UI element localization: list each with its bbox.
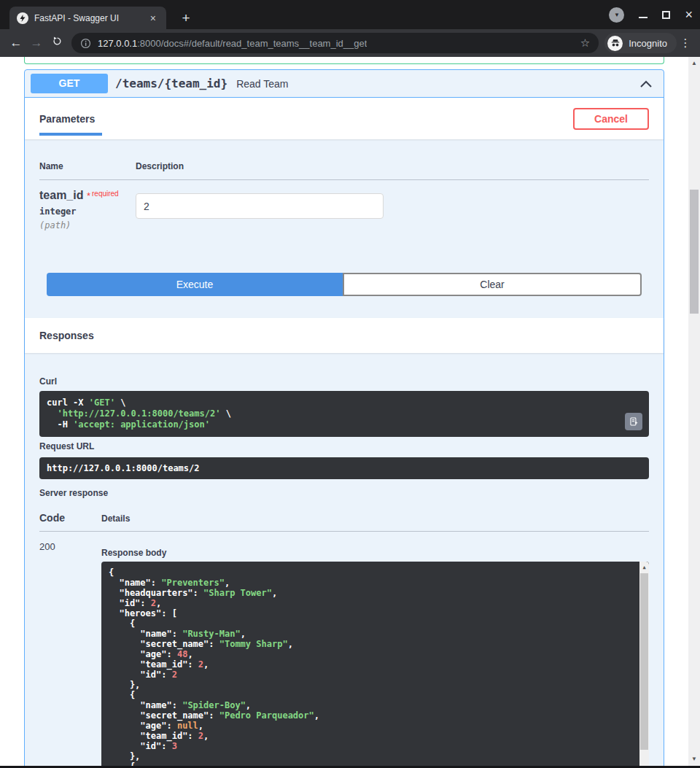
parameter-value-cell [136, 189, 384, 230]
parameter-info: team_id *required integer (path) [39, 189, 136, 230]
parameters-header: Parameters Cancel [25, 98, 664, 139]
incognito-label: Incognito [629, 38, 667, 49]
get-opblock: GET /teams/{team_id} Read Team Parameter… [24, 69, 664, 768]
parameter-row: team_id *required integer (path) [39, 180, 649, 230]
team-id-input[interactable] [136, 193, 384, 219]
server-response-table-header: Code Details [39, 512, 649, 524]
tab-active-underline [39, 133, 102, 136]
response-body-scrollbar[interactable]: ▲ [639, 562, 649, 768]
url-host: 127.0.0.1 [98, 38, 137, 49]
swagger-page: GET /teams/{team_id} Read Team Parameter… [0, 57, 700, 768]
code-column-header: Code [39, 512, 101, 524]
endpoint-path: /teams/{team_id} [115, 77, 228, 90]
forward-button[interactable]: → [26, 36, 47, 50]
incognito-icon [607, 36, 623, 51]
window-controls: ▼ × [609, 6, 693, 23]
tab-parameters[interactable]: Parameters [39, 113, 95, 125]
server-response-row: 200 Response body { "name": "Preventers"… [39, 541, 649, 768]
cancel-button[interactable]: Cancel [573, 108, 649, 130]
required-star: * [87, 190, 90, 201]
required-label: required [92, 190, 119, 198]
status-code: 200 [39, 541, 101, 768]
execute-button[interactable]: Execute [47, 273, 343, 296]
tab-close-icon[interactable]: × [147, 12, 159, 25]
minimize-button[interactable] [639, 17, 648, 18]
window-close-button[interactable]: × [685, 8, 693, 21]
copy-to-clipboard-button[interactable] [625, 413, 642, 430]
browser-tab[interactable]: FastAPI - Swagger UI × [9, 7, 166, 29]
page-scrollbar[interactable]: ▲ ▼ [688, 57, 700, 768]
response-body-block: { "name": "Preventers", "headquarters": … [101, 562, 649, 768]
incognito-badge: Incognito [604, 33, 677, 53]
url-path: :8000/docs#/default/read_team_teams__tea… [137, 38, 367, 49]
response-body-label: Response body [101, 548, 649, 558]
request-url-label: Request URL [39, 441, 649, 451]
tab-title: FastAPI - Swagger UI [34, 13, 141, 23]
parameter-location: (path) [39, 220, 136, 230]
server-response-label: Server response [39, 488, 649, 498]
site-info-icon[interactable] [80, 38, 91, 49]
url-bar[interactable]: 127.0.0.1:8000/docs#/default/read_team_t… [71, 33, 599, 53]
tab-strip: FastAPI - Swagger UI × + ▼ × [0, 0, 700, 29]
responses-header: Responses [25, 318, 664, 353]
scroll-down-icon[interactable]: ▼ [688, 756, 700, 762]
name-column-header: Name [39, 161, 136, 171]
table-divider [39, 531, 649, 532]
response-scrollbar-thumb[interactable] [640, 573, 648, 750]
parameter-name: team_id [39, 189, 83, 201]
previous-opblock-tail [24, 57, 664, 64]
bookmark-star-icon[interactable]: ☆ [580, 36, 590, 50]
curl-command-block: curl -X 'GET' \ 'http://127.0.0.1:8000/t… [39, 391, 649, 437]
scroll-up-icon[interactable]: ▲ [639, 562, 649, 570]
parameter-type: integer [39, 206, 136, 217]
opblock-summary[interactable]: GET /teams/{team_id} Read Team [25, 70, 664, 98]
url-text[interactable]: 127.0.0.1:8000/docs#/default/read_team_t… [98, 38, 367, 49]
parameters-table-header: Name Description [39, 161, 649, 171]
maximize-button[interactable] [662, 11, 670, 19]
details-column-header: Details [101, 513, 130, 524]
curl-label: Curl [39, 376, 649, 387]
responses-area: Curl curl -X 'GET' \ 'http://127.0.0.1:8… [25, 353, 664, 768]
fastapi-favicon-icon [17, 12, 28, 24]
method-badge: GET [31, 74, 108, 93]
back-button[interactable]: ← [6, 36, 26, 50]
collapse-chevron-icon[interactable] [639, 78, 653, 90]
description-column-header: Description [136, 161, 184, 171]
execute-row: Execute Clear [47, 273, 642, 296]
clear-button[interactable]: Clear [343, 273, 642, 296]
browser-menu-icon[interactable]: ⋮ [677, 36, 694, 50]
responses-title: Responses [39, 330, 94, 341]
reload-button[interactable] [47, 36, 67, 50]
endpoint-summary: Read Team [236, 78, 288, 90]
page-scrollbar-thumb[interactable] [690, 190, 699, 314]
response-details-cell: Response body { "name": "Preventers", "h… [101, 541, 649, 768]
browser-window: FastAPI - Swagger UI × + ▼ × ← → 127.0.0… [0, 0, 700, 768]
browser-toolbar: ← → 127.0.0.1:8000/docs#/default/read_te… [0, 29, 700, 57]
request-url-value: http://127.0.0.1:8000/teams/2 [39, 457, 649, 479]
tab-search-button[interactable]: ▼ [609, 7, 624, 23]
parameters-area: Name Description team_id *required integ… [25, 139, 664, 296]
page-content: GET /teams/{team_id} Read Team Parameter… [24, 57, 664, 768]
new-tab-button[interactable]: + [176, 9, 195, 27]
scroll-up-icon[interactable]: ▲ [688, 60, 700, 66]
